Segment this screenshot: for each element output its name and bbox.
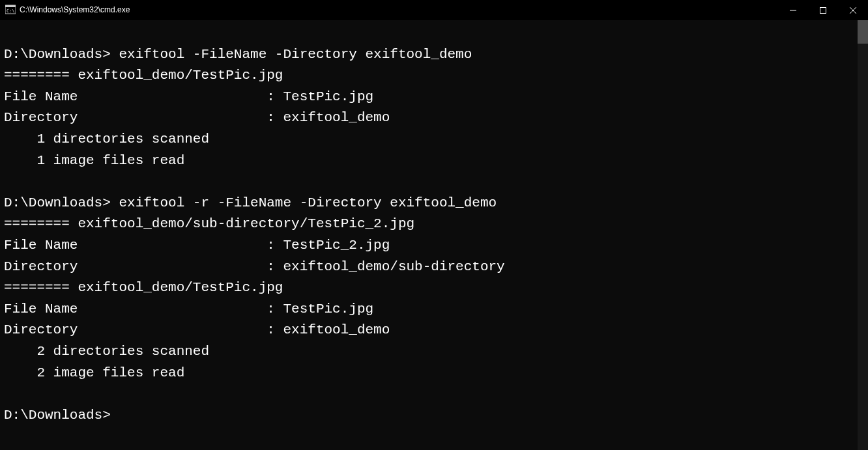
minimize-button[interactable] [778, 0, 808, 20]
close-button[interactable] [838, 0, 868, 20]
terminal-line: D:\Downloads> exiftool -FileName -Direct… [4, 44, 854, 66]
titlebar-left: C:\ C:\Windows\System32\cmd.exe [0, 5, 130, 15]
terminal-line: Directory : exiftool_demo [4, 320, 854, 341]
cmd-icon: C:\ [5, 5, 16, 15]
window-titlebar: C:\ C:\Windows\System32\cmd.exe [0, 0, 868, 20]
scrollbar-thumb[interactable] [858, 20, 868, 44]
window-controls [778, 0, 868, 20]
terminal-line: ======== exiftool_demo/TestPic.jpg [4, 65, 854, 87]
terminal-line: ======== exiftool_demo/sub-directory/Tes… [4, 214, 854, 235]
terminal-line: 2 directories scanned [4, 341, 854, 363]
terminal-line: Directory : exiftool_demo [4, 107, 854, 129]
window-title: C:\Windows\System32\cmd.exe [20, 5, 130, 14]
terminal-line: File Name : TestPic.jpg [4, 299, 854, 320]
terminal-line: 1 directories scanned [4, 129, 854, 150]
terminal-line: D:\Downloads> [4, 405, 854, 427]
terminal-line: 1 image files read [4, 150, 854, 172]
maximize-button[interactable] [808, 0, 838, 20]
svg-text:C:\: C:\ [7, 8, 15, 14]
svg-rect-1 [5, 5, 16, 7]
terminal-line: ======== exiftool_demo/TestPic.jpg [4, 277, 854, 299]
terminal-line [4, 384, 854, 405]
terminal-output[interactable]: D:\Downloads> exiftool -FileName -Direct… [0, 20, 858, 450]
terminal-line: Directory : exiftool_demo/sub-directory [4, 257, 854, 278]
terminal-body: D:\Downloads> exiftool -FileName -Direct… [0, 20, 868, 450]
terminal-line: File Name : TestPic_2.jpg [4, 235, 854, 257]
scrollbar-track[interactable] [858, 20, 868, 450]
svg-rect-4 [820, 7, 826, 13]
terminal-line: 2 image files read [4, 363, 854, 384]
terminal-line: D:\Downloads> exiftool -r -FileName -Dir… [4, 193, 854, 214]
terminal-line: File Name : TestPic.jpg [4, 87, 854, 108]
terminal-line [4, 23, 854, 44]
terminal-line [4, 171, 854, 193]
